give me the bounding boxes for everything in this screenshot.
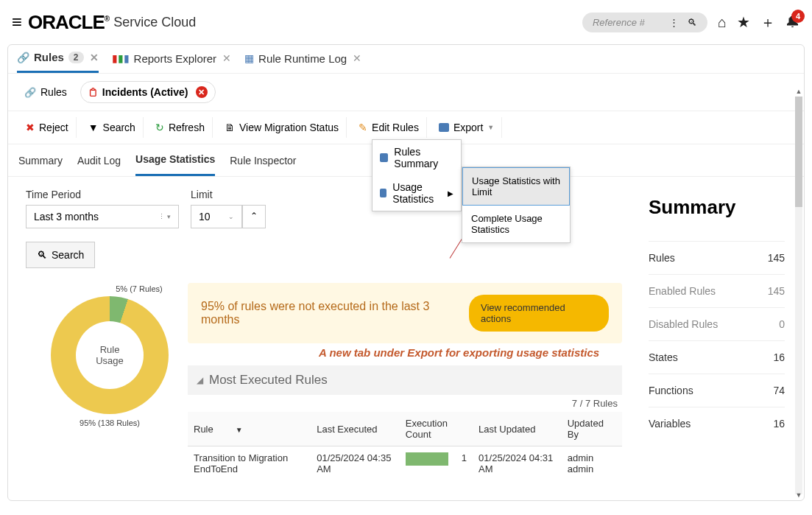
link-icon: 🔗: [17, 52, 29, 63]
limit-select[interactable]: 10⌄: [191, 205, 242, 228]
export-usage-statistics[interactable]: Usage Statistics▶: [373, 175, 461, 211]
close-icon[interactable]: ✕: [222, 52, 231, 64]
crumb-rules[interactable]: 🔗 Rules: [18, 83, 73, 101]
scroll-up-icon[interactable]: ▲: [795, 88, 802, 97]
export-usage-with-limit[interactable]: Usage Statistics with Limit: [462, 167, 570, 206]
donut-top-label: 5% (7 Rules): [95, 284, 183, 293]
col-upd-by[interactable]: Updated By: [562, 412, 622, 446]
chevron-down-icon: ⌄: [228, 213, 234, 220]
link-icon: 🔗: [24, 87, 36, 98]
donut-icon: Rule Usage: [51, 296, 169, 414]
tab-rules[interactable]: 🔗 Rules 2 ✕: [17, 51, 99, 73]
export-rules-summary[interactable]: Rules Summary: [373, 140, 461, 175]
edit-icon: ✎: [359, 122, 367, 133]
export-usage-submenu: Usage Statistics with Limit Complete Usa…: [462, 167, 571, 243]
col-last-upd[interactable]: Last Updated: [473, 412, 562, 446]
chevron-right-icon: ▶: [448, 189, 453, 197]
most-executed-section: ◢Most Executed Rules 7 / 7 Rules Rule▼ L…: [188, 365, 622, 480]
donut-bottom-label: 95% (138 Rules): [36, 418, 183, 427]
col-last-exec[interactable]: Last Executed: [311, 412, 400, 446]
summary-states: States16: [649, 340, 785, 374]
summary-enabled: Enabled Rules145: [649, 274, 785, 307]
collapse-icon: ◢: [197, 375, 203, 385]
plus-icon[interactable]: ＋: [760, 13, 775, 32]
crumb-incidents-active[interactable]: 📋︎ Incidents (Active) ✕: [80, 81, 216, 103]
edit-rules-button[interactable]: ✎Edit Rules: [351, 117, 427, 138]
summary-disabled: Disabled Rules0: [649, 307, 785, 340]
summary-functions: Functions74: [649, 374, 785, 407]
scroll-down-icon[interactable]: ▼: [795, 491, 802, 500]
star-icon[interactable]: ★: [737, 13, 750, 31]
most-executed-table: Rule▼ Last Executed Execution Count Last…: [188, 412, 622, 480]
export-button[interactable]: Export ▼: [431, 117, 502, 138]
filter-icon: ▼: [88, 122, 99, 133]
subtab-rule-inspector[interactable]: Rule Inspector: [230, 146, 296, 175]
options-icon[interactable]: ⋮: [669, 17, 679, 28]
subtab-summary[interactable]: Summary: [18, 146, 63, 175]
summary-variables: Variables16: [649, 407, 785, 440]
subtab-usage-statistics[interactable]: Usage Statistics: [135, 144, 215, 176]
chart-icon: ▮▮▮: [112, 52, 130, 64]
search-icon: 🔍︎: [37, 249, 47, 261]
breadcrumb: 🔗 Rules 📋︎ Incidents (Active) ✕: [8, 74, 804, 111]
document-icon: 🗎: [225, 122, 235, 133]
table-row[interactable]: Transition to Migration EndToEnd 01/25/2…: [188, 446, 622, 481]
tab-rule-runtime-log[interactable]: ▦ Rule Runtime Log ✕: [244, 52, 361, 72]
export-complete-usage[interactable]: Complete Usage Statistics: [462, 206, 570, 242]
col-exec-count[interactable]: Execution Count: [400, 412, 473, 446]
bell-icon[interactable]: 🔔︎ 4: [785, 14, 800, 31]
close-icon[interactable]: ✕: [90, 52, 99, 63]
global-search[interactable]: Reference # ⋮ 🔍︎: [582, 13, 707, 32]
product-name: Service Cloud: [113, 15, 196, 30]
search-placeholder: Reference #: [593, 17, 645, 28]
search-filter-button[interactable]: 🔍︎Search: [26, 242, 95, 268]
reject-icon: ✖: [26, 122, 35, 133]
info-banner: 95% of rules were not executed in the la…: [188, 283, 622, 343]
tab-reports-explorer[interactable]: ▮▮▮ Reports Explorer ✕: [112, 52, 232, 72]
main-card: 🔗 Rules 2 ✕ ▮▮▮ Reports Explorer ✕ ▦ Rul…: [7, 44, 805, 501]
view-migration-button[interactable]: 🗎View Migration Status: [217, 117, 347, 138]
summary-rules: Rules145: [649, 241, 785, 274]
col-rule[interactable]: Rule▼: [188, 412, 311, 446]
scrollbar[interactable]: [795, 97, 802, 494]
sort-desc-icon: ▼: [236, 426, 243, 434]
refresh-button[interactable]: ↻Refresh: [148, 117, 213, 138]
annotation-text: A new tab under Export for exporting usa…: [319, 346, 599, 359]
home-icon[interactable]: ⌂: [718, 14, 727, 31]
rule-count: 7 / 7 Rules: [188, 395, 622, 412]
clipboard-icon: 📋︎: [88, 87, 98, 98]
summary-title: Summary: [649, 196, 785, 219]
summary-panel: Summary Rules145 Enabled Rules145 Disabl…: [641, 177, 804, 501]
app-header: ≡ ORACLE® Service Cloud Reference # ⋮ 🔍︎…: [0, 0, 812, 44]
csv-icon: [380, 189, 386, 197]
limit-label: Limit: [191, 189, 266, 200]
rules-count-badge: 2: [68, 52, 84, 63]
most-executed-header[interactable]: ◢Most Executed Rules: [188, 365, 622, 395]
csv-icon: [380, 153, 388, 162]
remove-icon[interactable]: ✕: [196, 86, 208, 98]
chevron-down-icon: ▼: [487, 124, 494, 131]
subtab-audit-log[interactable]: Audit Log: [77, 146, 121, 175]
reject-button[interactable]: ✖Reject: [18, 117, 77, 138]
limit-up-button[interactable]: ⌃: [242, 205, 266, 228]
notification-badge: 4: [791, 10, 805, 23]
csv-icon: [439, 123, 449, 132]
table-icon: ▦: [244, 52, 254, 64]
rule-usage-chart: 5% (7 Rules) Rule Usage 95% (138 Rules): [36, 284, 183, 427]
refresh-icon: ↻: [155, 122, 164, 133]
time-period-label: Time Period: [26, 189, 179, 200]
top-tabs: 🔗 Rules 2 ✕ ▮▮▮ Reports Explorer ✕ ▦ Rul…: [8, 45, 804, 74]
banner-text: 95% of rules were not executed in the la…: [201, 300, 469, 326]
export-menu: Rules Summary Usage Statistics▶ Usage St…: [372, 139, 462, 211]
hamburger-icon[interactable]: ≡: [12, 12, 22, 32]
scroll-thumb[interactable]: [795, 97, 802, 207]
bar-icon: [406, 452, 448, 466]
close-icon[interactable]: ✕: [353, 52, 361, 64]
brand-logo: ORACLE®: [28, 11, 109, 34]
search-icon[interactable]: 🔍︎: [688, 17, 697, 28]
action-toolbar: ✖Reject ▼Search ↻Refresh 🗎View Migration…: [8, 111, 804, 144]
chevron-down-icon: ⋮ ▾: [158, 213, 171, 220]
view-recommended-button[interactable]: View recommended actions: [469, 295, 609, 332]
time-period-select[interactable]: Last 3 months⋮ ▾: [26, 205, 179, 228]
search-button[interactable]: ▼Search: [81, 117, 144, 138]
